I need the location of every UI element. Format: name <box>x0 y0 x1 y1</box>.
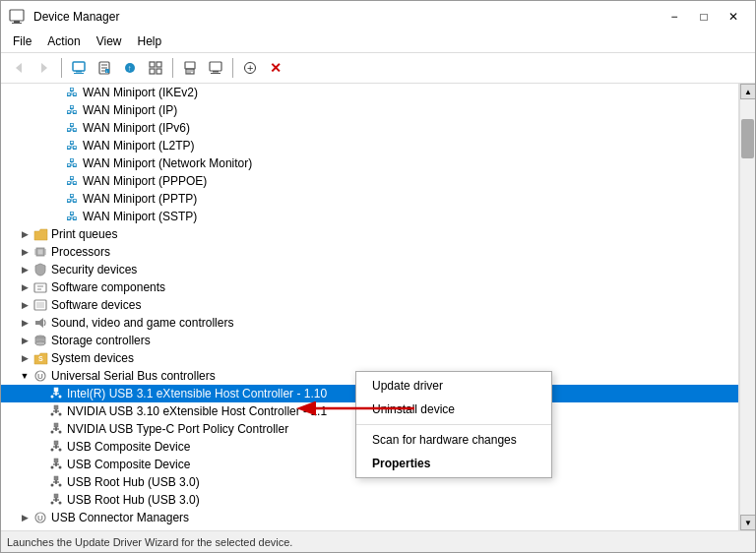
list-item[interactable]: 🖧 WAN Miniport (IP) <box>1 101 738 119</box>
svg-rect-54 <box>54 405 58 409</box>
expander-icon[interactable]: ▶ <box>17 244 32 260</box>
security-icon <box>32 262 48 277</box>
svg-rect-17 <box>157 62 161 67</box>
expander-icon <box>32 403 48 419</box>
context-update-driver[interactable]: Update driver <box>356 374 551 398</box>
expander-icon[interactable]: ▼ <box>17 368 32 384</box>
list-item[interactable]: ▶ Processors <box>1 243 738 261</box>
expander-icon <box>48 209 64 224</box>
usb-device-icon <box>48 421 64 437</box>
add-button[interactable]: + <box>238 57 262 79</box>
list-item[interactable]: 🖧 WAN Miniport (IPv6) <box>1 119 738 137</box>
expander-icon <box>32 492 48 508</box>
svg-rect-69 <box>54 459 58 462</box>
scroll-down-button[interactable]: ▼ <box>740 515 755 530</box>
menu-bar: File Action View Help <box>1 31 755 53</box>
list-item[interactable]: ▶ Storage controllers <box>1 332 738 349</box>
context-uninstall-device[interactable]: Uninstall device <box>356 398 551 421</box>
tree-view[interactable]: 🖧 WAN Miniport (IKEv2) 🖧 WAN Miniport (I… <box>1 84 739 530</box>
toolbar-sep-3 <box>232 58 233 78</box>
svg-text:U: U <box>37 514 43 522</box>
svg-point-53 <box>59 396 62 399</box>
usb-device-icon <box>48 457 64 472</box>
list-item[interactable]: ▶ Software devices <box>1 296 738 314</box>
network-icon: 🖧 <box>64 173 80 189</box>
properties-button[interactable]: i <box>93 57 116 79</box>
list-item[interactable]: USB Root Hub (USB 3.0) <box>1 491 738 509</box>
svg-marker-4 <box>41 63 47 73</box>
expander-icon[interactable]: ▶ <box>17 297 32 313</box>
expander-icon <box>32 457 48 472</box>
expander-icon[interactable]: ▶ <box>17 279 32 295</box>
scroll-up-button[interactable]: ▲ <box>740 84 755 99</box>
print-button[interactable] <box>178 57 202 79</box>
network-icon: 🖧 <box>64 138 80 154</box>
svg-point-82 <box>51 502 54 505</box>
svg-rect-6 <box>76 71 82 73</box>
svg-point-83 <box>59 502 62 505</box>
scroll-thumb[interactable] <box>741 119 754 158</box>
menu-action[interactable]: Action <box>39 32 88 50</box>
expander-icon <box>48 120 64 136</box>
expander-icon[interactable]: ▶ <box>17 333 32 348</box>
toolbar-sep-1 <box>61 58 62 78</box>
expander-icon[interactable]: ▶ <box>17 226 32 242</box>
expander-icon[interactable]: ▶ <box>17 262 32 277</box>
expander-icon[interactable]: ▶ <box>17 350 32 366</box>
svg-point-72 <box>51 466 54 469</box>
menu-help[interactable]: Help <box>130 32 170 50</box>
device-manager-button[interactable] <box>67 57 91 79</box>
view-button[interactable] <box>144 57 167 79</box>
list-item[interactable]: ▶ Security devices <box>1 261 738 278</box>
svg-rect-41 <box>36 302 44 308</box>
svg-rect-19 <box>157 69 161 74</box>
context-properties[interactable]: Properties <box>356 452 551 475</box>
expander-icon[interactable]: ▶ <box>17 510 32 525</box>
software-devices-icon <box>32 297 48 313</box>
svg-rect-16 <box>150 62 155 67</box>
list-item[interactable]: ▶ Sound, video and game controllers <box>1 314 738 332</box>
svg-rect-18 <box>150 69 155 74</box>
list-item[interactable]: 🖧 WAN Miniport (PPPOE) <box>1 172 738 190</box>
svg-rect-2 <box>12 23 22 24</box>
list-item[interactable]: ▶ Print queues <box>1 225 738 243</box>
menu-file[interactable]: File <box>5 32 39 50</box>
maximize-button[interactable]: □ <box>690 7 718 27</box>
svg-rect-79 <box>54 494 58 498</box>
list-item[interactable]: ▶ Software components <box>1 278 738 296</box>
list-item[interactable]: 🖧 WAN Miniport (PPTP) <box>1 190 738 208</box>
usb-device-icon <box>48 439 64 455</box>
svg-text:i: i <box>106 69 107 74</box>
list-item[interactable]: 🖧 WAN Miniport (Network Monitor) <box>1 154 738 172</box>
network-icon: 🖧 <box>64 102 80 118</box>
scan-button[interactable] <box>204 57 227 79</box>
window-title: Device Manager <box>33 10 119 24</box>
list-item[interactable]: 🖧 WAN Miniport (L2TP) <box>1 137 738 154</box>
svg-rect-25 <box>213 71 219 73</box>
back-button[interactable] <box>7 57 31 79</box>
svg-rect-5 <box>73 62 85 71</box>
svg-rect-37 <box>34 283 46 292</box>
status-text: Launches the Update Driver Wizard for th… <box>7 536 292 548</box>
folder-icon <box>32 226 48 242</box>
svg-marker-3 <box>16 63 22 73</box>
list-item[interactable]: ▶ U USB Connector Managers <box>1 509 738 526</box>
list-item[interactable]: 🖧 WAN Miniport (IKEv2) <box>1 84 738 101</box>
svg-rect-49 <box>54 388 58 392</box>
expander-icon <box>48 138 64 154</box>
scroll-track[interactable] <box>740 99 755 515</box>
remove-button[interactable]: ✕ <box>264 57 287 79</box>
svg-text:+: + <box>247 62 253 74</box>
menu-view[interactable]: View <box>89 32 130 50</box>
list-item[interactable]: 🖧 WAN Miniport (SSTP) <box>1 208 738 225</box>
expander-icon[interactable]: ▶ <box>17 315 32 331</box>
network-icon: 🖧 <box>64 85 80 100</box>
close-button[interactable]: ✕ <box>720 7 747 27</box>
context-scan-hardware[interactable]: Scan for hardware changes <box>356 428 551 452</box>
forward-button[interactable] <box>32 57 56 79</box>
vertical-scrollbar[interactable]: ▲ ▼ <box>739 84 755 530</box>
minimize-button[interactable]: − <box>661 7 688 27</box>
list-item[interactable]: ▶ S System devices <box>1 349 738 367</box>
toolbar-sep-2 <box>172 58 173 78</box>
update-driver-button[interactable]: ↑ <box>118 57 142 79</box>
